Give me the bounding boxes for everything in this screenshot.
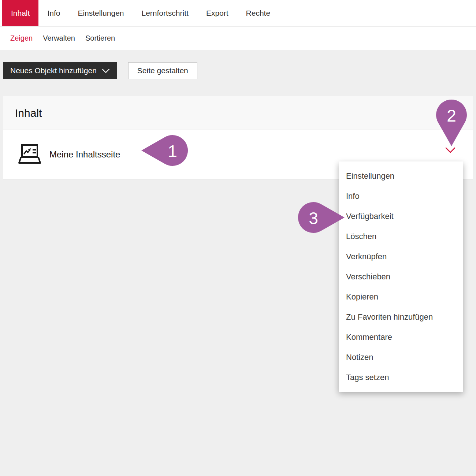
- page: Inhalt Info Einstellungen Lernfortschrit…: [0, 0, 476, 476]
- annotation-pin-1: [141, 134, 188, 167]
- chevron-down-icon: [102, 68, 110, 73]
- menu-item-zu-favoriten-hinzufuegen[interactable]: Zu Favoriten hinzufügen: [339, 307, 463, 327]
- annotation-number-1: 1: [168, 141, 177, 161]
- menu-item-verknuepfen[interactable]: Verknüpfen: [339, 246, 463, 267]
- menu-item-verfuegbarkeit[interactable]: Verfügbarkeit: [339, 206, 463, 226]
- menu-item-kopieren[interactable]: Kopieren: [339, 287, 463, 307]
- menu-item-notizen[interactable]: Notizen: [339, 347, 463, 367]
- menu-item-kommentare[interactable]: Kommentare: [339, 327, 463, 347]
- menu-item-verschieben[interactable]: Verschieben: [339, 267, 463, 287]
- actions-dropdown-menu: Einstellungen Info Verfügbarkeit Löschen…: [339, 161, 463, 392]
- subtab-zeigen[interactable]: Zeigen: [10, 34, 33, 42]
- panel-title: Inhalt: [15, 107, 42, 119]
- annotation-pin-3: [298, 201, 345, 234]
- tab-inhalt[interactable]: Inhalt: [2, 0, 38, 26]
- menu-item-einstellungen[interactable]: Einstellungen: [339, 166, 463, 186]
- annotation-number-3: 3: [309, 208, 318, 228]
- menu-item-loeschen[interactable]: Löschen: [339, 226, 463, 246]
- tab-bar: Inhalt Info Einstellungen Lernfortschrit…: [0, 0, 476, 26]
- new-object-button[interactable]: Neues Objekt hinzufügen: [3, 62, 117, 79]
- tab-rechte[interactable]: Rechte: [237, 0, 279, 26]
- tab-info[interactable]: Info: [38, 0, 69, 26]
- menu-item-tags-setzen[interactable]: Tags setzen: [339, 367, 463, 387]
- tab-einstellungen[interactable]: Einstellungen: [69, 0, 133, 26]
- new-object-button-label: Neues Objekt hinzufügen: [10, 66, 97, 75]
- tab-lernfortschritt[interactable]: Lernfortschritt: [133, 0, 197, 26]
- chevron-down-icon: [445, 147, 456, 153]
- subtab-sortieren[interactable]: Sortieren: [85, 34, 115, 42]
- design-page-button[interactable]: Seite gestalten: [128, 62, 197, 79]
- panel-header: Inhalt: [3, 96, 473, 130]
- tab-export[interactable]: Export: [197, 0, 237, 26]
- item-title-link[interactable]: Meine Inhaltsseite: [49, 149, 120, 160]
- subtab-bar: Zeigen Verwalten Sortieren: [0, 27, 476, 50]
- content-page-icon: [18, 144, 41, 165]
- menu-item-info[interactable]: Info: [339, 186, 463, 206]
- annotation-number-2: 2: [447, 106, 456, 126]
- toolbar: Neues Objekt hinzufügen Seite gestalten: [3, 62, 197, 79]
- subtab-verwalten[interactable]: Verwalten: [43, 34, 75, 42]
